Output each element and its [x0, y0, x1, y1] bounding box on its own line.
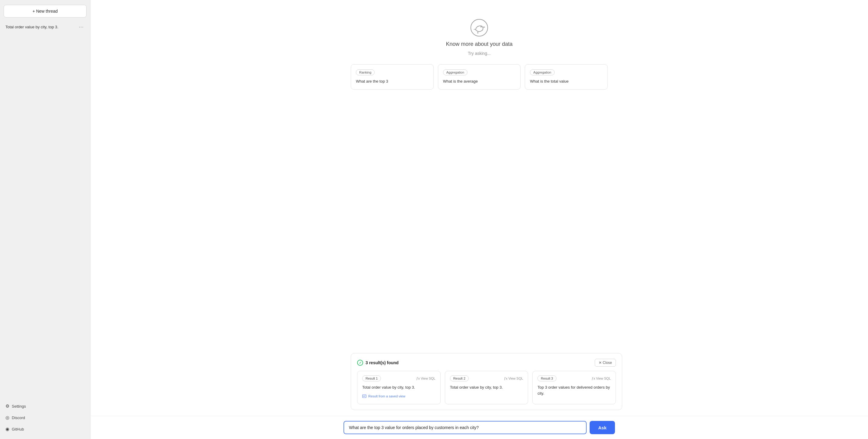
hero-subtitle: Try asking...: [468, 51, 491, 56]
suggestion-tag-2: Aggregation: [530, 69, 554, 75]
result-cards: Result 1 ƒx View SQL Total order value b…: [357, 371, 616, 404]
result-badge-1: Result 2: [450, 375, 469, 381]
result-card-header-2: Result 3 ƒx View SQL: [537, 375, 611, 381]
settings-label: Settings: [12, 404, 26, 409]
results-status: ✓ 3 result(s) found: [357, 360, 399, 366]
suggestion-card-2[interactable]: Aggregation What is the total value: [525, 64, 608, 90]
result-card-0[interactable]: Result 1 ƒx View SQL Total order value b…: [357, 371, 441, 404]
suggestion-tag-1: Aggregation: [443, 69, 467, 75]
sidebar: + New thread Total order value by city, …: [0, 0, 91, 439]
results-header: ✓ 3 result(s) found ✕ Close: [357, 359, 616, 367]
check-circle-icon: ✓: [357, 360, 363, 366]
result-badge-2: Result 3: [537, 375, 556, 381]
thread-item-text: Total order value by city, top 3.: [5, 25, 78, 29]
sidebar-item-discord[interactable]: ◎ Discord: [4, 412, 87, 423]
saved-view-icon: [362, 394, 367, 398]
close-button[interactable]: ✕ Close: [595, 359, 616, 367]
view-sql-button-1[interactable]: ƒx View SQL: [504, 377, 523, 380]
hero-title: Know more about your data: [446, 41, 513, 48]
result-card-1[interactable]: Result 2 ƒx View SQL Total order value b…: [445, 371, 528, 404]
input-area: Ask: [91, 416, 868, 439]
view-sql-button-0[interactable]: ƒx View SQL: [416, 377, 435, 380]
view-sql-button-2[interactable]: ƒx View SQL: [592, 377, 611, 380]
query-input[interactable]: [343, 421, 587, 434]
suggestion-card-0[interactable]: Ranking What are the top 3: [351, 64, 434, 90]
result-card-header-1: Result 2 ƒx View SQL: [450, 375, 523, 381]
sidebar-item-github[interactable]: ◉ GitHub: [4, 424, 87, 434]
svg-rect-2: [363, 395, 366, 398]
thread-item[interactable]: Total order value by city, top 3. ⋯: [4, 21, 87, 33]
suggestion-tag-0: Ranking: [356, 69, 375, 75]
sidebar-bottom: ⚙ Settings ◎ Discord ◉ GitHub: [4, 401, 87, 434]
saved-view-text-0: Result from a saved view: [368, 395, 405, 398]
saved-view-link-0[interactable]: Result from a saved view: [362, 394, 435, 398]
result-card-header-0: Result 1 ƒx View SQL: [362, 375, 435, 381]
sidebar-item-settings[interactable]: ⚙ Settings: [4, 401, 87, 411]
results-count-text: 3 result(s) found: [366, 360, 399, 365]
result-card-text-1: Total order value by city, top 3.: [450, 384, 523, 390]
result-card-2[interactable]: Result 3 ƒx View SQL Top 3 order values …: [532, 371, 616, 404]
hero-bird-icon: [470, 18, 489, 37]
result-card-text-2: Top 3 order values for delivered orders …: [537, 384, 611, 396]
main-content: Know more about your data Try asking... …: [91, 0, 868, 439]
new-thread-button[interactable]: + New thread: [4, 5, 87, 18]
github-label: GitHub: [12, 427, 24, 432]
input-wrapper: Ask: [343, 421, 615, 434]
discord-label: Discord: [12, 415, 25, 420]
result-badge-0: Result 1: [362, 375, 381, 381]
suggestion-text-1: What is the average: [443, 79, 516, 85]
results-panel: ✓ 3 result(s) found ✕ Close Result 1 ƒx …: [351, 353, 622, 410]
settings-icon: ⚙: [5, 403, 9, 409]
ask-button[interactable]: Ask: [590, 421, 615, 434]
github-icon: ◉: [5, 426, 9, 432]
svg-point-0: [471, 19, 488, 36]
discord-icon: ◎: [5, 415, 9, 420]
suggestion-text-0: What are the top 3: [356, 79, 429, 85]
svg-point-1: [480, 26, 482, 27]
suggestion-cards: Ranking What are the top 3 Aggregation W…: [351, 64, 608, 90]
suggestion-card-1[interactable]: Aggregation What is the average: [438, 64, 521, 90]
result-card-text-0: Total order value by city, top 3.: [362, 384, 435, 390]
hero-section: Know more about your data Try asking...: [446, 18, 513, 56]
thread-menu-button[interactable]: ⋯: [78, 24, 85, 30]
suggestion-text-2: What is the total value: [530, 79, 602, 85]
